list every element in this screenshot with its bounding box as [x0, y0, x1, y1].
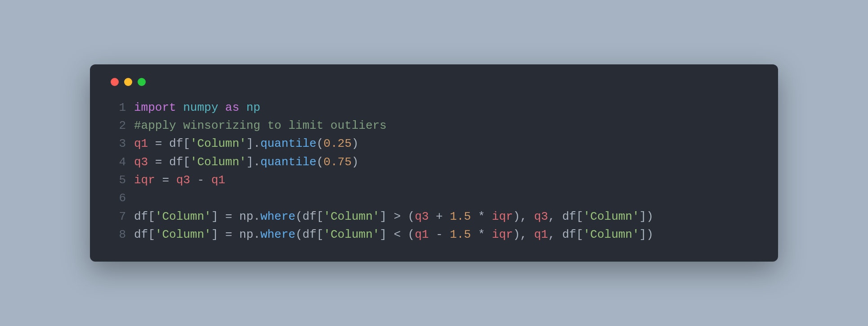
- token-kw: import: [134, 101, 176, 114]
- token-punct: [176, 101, 183, 114]
- line-content: import numpy as np: [134, 99, 260, 117]
- token-op: -: [190, 173, 211, 187]
- token-as: as: [225, 101, 239, 114]
- token-punct: .: [253, 228, 260, 241]
- line-number: 4: [108, 153, 126, 171]
- token-obj: df: [303, 228, 317, 241]
- token-punct: ,: [548, 228, 562, 241]
- token-var: iqr: [492, 210, 513, 223]
- token-op: =: [148, 155, 169, 169]
- token-str: 'Column': [190, 155, 246, 169]
- token-alias: np: [246, 101, 260, 114]
- token-var: q1: [134, 137, 148, 150]
- line-content: q1 = df['Column'].quantile(0.25): [134, 135, 358, 153]
- code-line: 8df['Column'] = np.where(df['Column'] < …: [108, 226, 760, 244]
- token-var: q3: [415, 210, 429, 223]
- token-punct: ): [352, 155, 359, 169]
- token-var: q1: [415, 228, 429, 241]
- token-punct: ]): [640, 210, 653, 223]
- token-punct: .: [253, 210, 260, 223]
- minimize-icon[interactable]: [124, 78, 132, 86]
- token-num: 1.5: [450, 210, 471, 223]
- token-comment: #apply winsorizing to limit outliers: [134, 119, 387, 132]
- token-op: *: [471, 228, 492, 241]
- token-str: 'Column': [155, 228, 211, 241]
- code-line: 5iqr = q3 - q1: [108, 171, 760, 189]
- token-op: ] > (: [380, 210, 415, 223]
- token-punct: ]): [640, 228, 653, 241]
- line-content: df['Column'] = np.where(df['Column'] < (…: [134, 226, 653, 244]
- token-punct: [239, 101, 246, 114]
- token-mod: numpy: [183, 101, 218, 114]
- line-content: #apply winsorizing to limit outliers: [134, 117, 387, 135]
- token-obj: df: [562, 210, 576, 223]
- token-str: 'Column': [583, 210, 640, 223]
- line-content: df['Column'] = np.where(df['Column'] > (…: [134, 208, 653, 226]
- token-func: quantile: [260, 137, 317, 150]
- line-number: 6: [108, 189, 126, 207]
- line-content: iqr = q3 - q1: [134, 171, 225, 189]
- token-op: +: [429, 210, 450, 223]
- token-punct: (: [295, 210, 303, 223]
- token-obj: df: [303, 210, 317, 223]
- token-punct: (: [317, 155, 324, 169]
- code-line: 1import numpy as np: [108, 99, 760, 117]
- token-punct: [: [576, 210, 583, 223]
- code-line: 6: [108, 189, 760, 207]
- zoom-icon[interactable]: [138, 78, 146, 86]
- token-op: =: [148, 137, 169, 150]
- code-line: 7df['Column'] = np.where(df['Column'] > …: [108, 208, 760, 226]
- token-str: 'Column': [323, 228, 380, 241]
- token-obj: df: [169, 137, 183, 150]
- token-punct: [: [183, 137, 190, 150]
- code-line: 2#apply winsorizing to limit outliers: [108, 117, 760, 135]
- token-punct: ].: [246, 137, 260, 150]
- token-func: quantile: [260, 155, 317, 169]
- token-punct: ),: [513, 210, 534, 223]
- line-number: 3: [108, 135, 126, 153]
- token-var: q1: [211, 173, 225, 187]
- token-punct: [218, 101, 225, 114]
- token-obj: df: [562, 228, 576, 241]
- token-str: 'Column': [155, 210, 211, 223]
- token-str: 'Column': [323, 210, 380, 223]
- token-punct: ): [352, 137, 359, 150]
- code-window: 1import numpy as np2#apply winsorizing t…: [90, 64, 778, 262]
- token-op: -: [429, 228, 450, 241]
- token-obj: df: [169, 155, 183, 169]
- token-punct: [: [148, 228, 155, 241]
- token-num: 0.25: [323, 137, 351, 150]
- token-op: ] =: [211, 210, 239, 223]
- token-op: *: [471, 210, 492, 223]
- token-str: 'Column': [190, 137, 246, 150]
- token-var: q3: [134, 155, 148, 169]
- token-var: iqr: [134, 173, 155, 187]
- token-obj: df: [134, 210, 148, 223]
- token-punct: [: [183, 155, 190, 169]
- traffic-lights: [111, 78, 760, 86]
- token-punct: [: [576, 228, 583, 241]
- token-punct: ,: [548, 210, 562, 223]
- token-num: 0.75: [323, 155, 351, 169]
- code-line: 3q1 = df['Column'].quantile(0.25): [108, 135, 760, 153]
- token-op: =: [155, 173, 176, 187]
- close-icon[interactable]: [111, 78, 119, 86]
- token-np: np: [239, 228, 253, 241]
- token-np: np: [239, 210, 253, 223]
- token-func: where: [260, 228, 295, 241]
- token-op: ] =: [211, 228, 239, 241]
- token-var: q3: [534, 210, 548, 223]
- code-line: 4q3 = df['Column'].quantile(0.75): [108, 153, 760, 171]
- token-punct: ].: [246, 155, 260, 169]
- line-number: 7: [108, 208, 126, 226]
- line-number: 1: [108, 99, 126, 117]
- token-var: iqr: [492, 228, 513, 241]
- line-number: 2: [108, 117, 126, 135]
- token-func: where: [260, 210, 295, 223]
- token-obj: df: [134, 228, 148, 241]
- token-var: q3: [176, 173, 190, 187]
- token-num: 1.5: [450, 228, 471, 241]
- code-block[interactable]: 1import numpy as np2#apply winsorizing t…: [108, 99, 760, 244]
- token-punct: (: [295, 228, 303, 241]
- token-str: 'Column': [583, 228, 640, 241]
